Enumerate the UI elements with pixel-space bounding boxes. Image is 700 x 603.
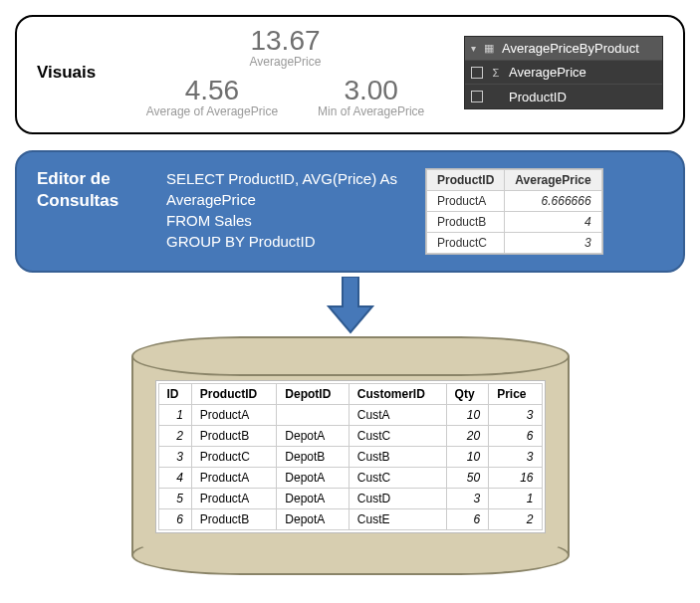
table-row: 6 ProductB DepotA CustE 6 2 [158,509,542,530]
cell-qty: 6 [446,509,489,530]
fields-column-name: AveragePrice [509,65,586,80]
cell-productid: ProductB [191,509,277,530]
cell-id: 4 [158,468,191,489]
cell-productid: ProductC [191,447,277,468]
table-row: 2 ProductB DepotA CustC 20 6 [158,426,542,447]
column-header: Price [489,384,542,405]
table-header-row: ProductID AveragePrice [427,170,602,191]
column-header: ProductID [191,384,277,405]
visuals-title: Visuais [37,63,107,83]
cell-qty: 10 [446,447,489,468]
checkbox-icon[interactable] [471,67,483,79]
table-row: ProductC 3 [427,233,602,254]
cell-customerid: CustD [349,489,446,509]
cell-qty: 10 [446,405,489,426]
cell-averageprice: 6.666666 [505,191,601,212]
cell-productid: ProductA [191,468,277,489]
cell-productid: ProductB [191,426,277,447]
cell-depotid: DepotA [277,509,349,530]
visuals-panel: Visuais 13.67 AveragePrice 4.56 Average … [15,15,685,134]
metric-label: Average of AveragePrice [146,104,278,118]
metrics-group: 13.67 AveragePrice 4.56 Average of Avera… [124,27,446,118]
table-row: 3 ProductC DepotB CustB 10 3 [158,447,542,468]
column-header: CustomerID [349,384,446,405]
cell-price: 6 [489,426,542,447]
cell-id: 5 [158,489,191,509]
cell-price: 1 [489,489,542,509]
fields-table-row[interactable]: ▾ ▦ AveragePriceByProduct [465,37,662,61]
sigma-icon: Σ [489,67,503,79]
sql-line: GROUP BY ProductID [166,231,405,252]
column-header: ID [158,384,191,405]
sql-line: FROM Sales [166,210,405,231]
metric-value: 3.00 [318,77,424,104]
cell-price: 2 [489,509,542,530]
metric-average-price: 13.67 AveragePrice [124,27,446,69]
cell-productid: ProductA [191,489,277,509]
sql-query-text: SELECT ProductID, AVG(Price) As AverageP… [166,168,405,252]
editor-title: Editor de Consultas [37,168,146,212]
cell-id: 6 [158,509,191,530]
column-header: Qty [446,384,489,405]
query-editor-panel: Editor de Consultas SELECT ProductID, AV… [15,150,685,273]
cell-qty: 20 [446,426,489,447]
cell-averageprice: 3 [505,233,601,254]
query-result-table: ProductID AveragePrice ProductA 6.666666… [425,168,603,255]
cell-qty: 3 [446,489,489,509]
arrow-down-icon [321,277,380,334]
cell-price: 16 [489,468,542,489]
table-row: 4 ProductA DepotA CustC 50 16 [158,468,542,489]
metric-label: AveragePrice [124,55,446,69]
sales-source-table: ID ProductID DepotID CustomerID Qty Pric… [155,380,546,533]
fields-panel: ▾ ▦ AveragePriceByProduct Σ AveragePrice… [464,36,663,109]
cell-id: 1 [158,405,191,426]
checkbox-icon[interactable] [471,91,483,102]
cell-depotid: DepotA [277,468,349,489]
table-icon: ▦ [482,42,496,55]
database-cylinder: ID ProductID DepotID CustomerID Qty Pric… [15,336,685,575]
cell-customerid: CustA [349,405,446,426]
cell-depotid: DepotA [277,426,349,447]
cell-averageprice: 4 [505,212,601,233]
cell-id: 2 [158,426,191,447]
cell-productid: ProductA [191,405,277,426]
cell-productid: ProductA [427,191,505,212]
cell-depotid [277,405,349,426]
cell-customerid: CustC [349,426,446,447]
cell-price: 3 [489,447,542,468]
cell-productid: ProductC [427,233,505,254]
collapse-caret-icon: ▾ [471,43,476,54]
table-header-row: ID ProductID DepotID CustomerID Qty Pric… [158,384,542,405]
cell-price: 3 [489,405,542,426]
cell-id: 3 [158,447,191,468]
table-row: 1 ProductA CustA 10 3 [158,405,542,426]
cell-customerid: CustC [349,468,446,489]
fields-table-name: AveragePriceByProduct [502,41,639,56]
fields-column-name: ProductID [509,90,567,104]
metric-value: 13.67 [124,27,446,55]
flow-arrow [15,277,685,334]
fields-column-row[interactable]: Σ AveragePrice [465,61,662,85]
metric-label: Min of AveragePrice [318,104,424,118]
cell-productid: ProductB [427,212,505,233]
fields-column-row[interactable]: ProductID [465,85,662,108]
cell-customerid: CustE [349,509,446,530]
cell-depotid: DepotA [277,489,349,509]
metric-avg-of-avg: 4.56 Average of AveragePrice [146,77,278,118]
column-header: DepotID [277,384,349,405]
table-row: ProductA 6.666666 [427,191,602,212]
table-row: 5 ProductA DepotA CustD 3 1 [158,489,542,509]
metric-min-of-avg: 3.00 Min of AveragePrice [318,77,424,118]
column-header: AveragePrice [505,170,601,191]
table-row: ProductB 4 [427,212,602,233]
cell-customerid: CustB [349,447,446,468]
metric-value: 4.56 [146,77,278,104]
cell-depotid: DepotB [277,447,349,468]
cell-qty: 50 [446,468,489,489]
column-header: ProductID [427,170,505,191]
sql-line: SELECT ProductID, AVG(Price) As AverageP… [166,168,405,210]
